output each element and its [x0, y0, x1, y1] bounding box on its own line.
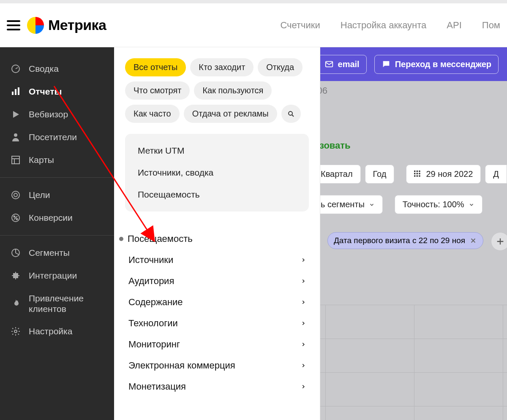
metrika-logo-icon: [27, 17, 44, 34]
sidebar-item-label: Отчеты: [29, 87, 62, 97]
svg-rect-11: [12, 92, 14, 95]
email-goal-button[interactable]: email: [317, 55, 367, 74]
svg-rect-1: [414, 171, 415, 172]
sidebar-item-label: Цели: [29, 190, 50, 200]
accuracy-dropdown[interactable]: Точность: 100%: [395, 195, 482, 214]
sidebar-item-integrations[interactable]: Интеграции: [0, 264, 114, 287]
category-audience[interactable]: Аудитория: [125, 271, 309, 292]
sidebar-item-maps[interactable]: Карты: [0, 149, 114, 171]
flame-icon: [10, 298, 21, 309]
main-area: email Переход в мессенджер 5906 зовать К…: [0, 47, 507, 420]
sidebar-item-segments[interactable]: Сегменты: [0, 241, 114, 264]
svg-point-14: [14, 133, 17, 137]
sidebar-item-visitors[interactable]: Посетители: [0, 126, 114, 149]
sidebar-item-label: Посетители: [29, 132, 77, 142]
detail-label: Д: [493, 169, 499, 179]
sidebar-item-label: Карты: [29, 155, 54, 165]
period-year-button[interactable]: Год: [365, 165, 395, 184]
sidebar-item-webvisor[interactable]: Вебвизор: [0, 103, 114, 126]
svg-point-16: [12, 191, 19, 199]
accuracy-label: Точность: 100%: [403, 200, 464, 209]
category-sources[interactable]: Источники: [125, 249, 309, 271]
hamburger-menu-icon[interactable]: [7, 19, 20, 32]
header-nav: Счетчики Настройка аккаунта API Пом: [280, 20, 500, 31]
pill-search[interactable]: [281, 105, 301, 123]
chevron-right-icon: [300, 363, 306, 369]
svg-point-19: [14, 216, 15, 217]
sidebar-item-acquisition[interactable]: Привлечение клиентов: [0, 287, 114, 320]
sidebar-separator: [0, 177, 114, 178]
recent-reports-box: Метки UTM Источники, сводка Посещаемость: [125, 134, 309, 211]
svg-rect-4: [414, 173, 415, 174]
segments-dropdown[interactable]: ь сегменты: [313, 195, 383, 214]
sidebar-item-label: Интеграции: [29, 271, 77, 281]
category-label: Содержание: [128, 297, 183, 308]
recent-sources-summary[interactable]: Источники, сводка: [129, 162, 305, 184]
sidebar-item-summary[interactable]: Сводка: [0, 57, 114, 80]
svg-rect-12: [15, 89, 16, 95]
svg-rect-15: [12, 156, 19, 164]
chevron-right-icon: [300, 257, 306, 263]
nav-account-settings[interactable]: Настройка аккаунта: [341, 20, 427, 31]
segment-accuracy-row: ь сегменты Точность: 100%: [313, 195, 507, 214]
sidebar: Сводка Отчеты Вебвизор Посетители Карты: [0, 47, 114, 420]
puzzle-icon: [10, 270, 21, 281]
chevron-down-icon: [369, 202, 375, 208]
chevron-right-icon: [300, 299, 306, 305]
pill-all-reports[interactable]: Все отчеты: [125, 58, 186, 76]
sidebar-item-label: Вебвизор: [29, 109, 68, 119]
category-label: Источники: [128, 255, 173, 266]
reports-flyout: Все отчеты Кто заходит Откуда Что смотря…: [114, 47, 320, 420]
pill-from-where[interactable]: Откуда: [258, 58, 303, 76]
messenger-goal-button[interactable]: Переход в мессенджер: [374, 55, 499, 74]
sidebar-item-reports[interactable]: Отчеты: [0, 80, 114, 103]
pill-how-often[interactable]: Как часто: [125, 105, 180, 123]
category-label: Электронная коммерция: [128, 360, 235, 371]
green-action-link[interactable]: зовать: [319, 140, 351, 151]
sidebar-item-goals[interactable]: Цели: [0, 184, 114, 206]
category-monetization[interactable]: Монетизация: [125, 376, 309, 397]
logo[interactable]: Метрика: [27, 17, 106, 34]
recent-attendance[interactable]: Посещаемость: [129, 184, 305, 206]
svg-point-17: [14, 193, 17, 197]
category-label: Технологии: [128, 318, 178, 329]
segments-label: ь сегменты: [321, 200, 365, 209]
sidebar-item-settings[interactable]: Настройка: [0, 320, 114, 343]
chevron-right-icon: [300, 384, 306, 390]
date-picker-button[interactable]: 29 ноя 2022: [406, 165, 481, 184]
chevron-right-icon: [300, 278, 306, 284]
nav-api[interactable]: API: [447, 20, 461, 31]
pill-who-visits[interactable]: Кто заходит: [190, 58, 254, 76]
sidebar-separator: [0, 235, 114, 236]
category-attendance[interactable]: Посещаемость: [116, 228, 309, 249]
pill-what-viewed[interactable]: Что смотрят: [125, 81, 190, 100]
filter-chip-first-visit[interactable]: Дата первого визита с 22 по 29 ноя: [327, 232, 483, 249]
logo-text: Метрика: [48, 17, 106, 33]
period-controls: Квартал Год 29 ноя 2022 Д: [313, 165, 507, 184]
bar-chart-icon: [10, 86, 21, 97]
pie-chart-icon: [10, 247, 21, 258]
nav-counters[interactable]: Счетчики: [280, 20, 320, 31]
close-icon[interactable]: [469, 237, 477, 244]
sidebar-item-conversions[interactable]: Конверсии: [0, 206, 114, 229]
calendar-grid-icon: [414, 171, 422, 178]
category-monitoring[interactable]: Мониторинг: [125, 334, 309, 355]
category-technology[interactable]: Технологии: [125, 313, 309, 334]
pill-how-used[interactable]: Как пользуются: [194, 81, 272, 100]
category-content[interactable]: Содержание: [125, 292, 309, 313]
period-year-label: Год: [373, 169, 387, 179]
svg-point-20: [16, 219, 18, 220]
chevron-right-icon: [300, 320, 306, 326]
gear-icon: [10, 326, 21, 337]
email-goal-label: email: [338, 60, 360, 69]
detail-button[interactable]: Д: [485, 165, 507, 184]
filter-chip-label: Дата первого визита с 22 по 29 ноя: [334, 236, 465, 245]
sidebar-item-label: Сегменты: [29, 248, 70, 258]
nav-help[interactable]: Пом: [482, 20, 500, 31]
gauge-icon: [10, 63, 21, 74]
pill-ad-return[interactable]: Отдача от рекламы: [184, 105, 277, 123]
recent-utm-tags[interactable]: Метки UTM: [129, 140, 305, 162]
sidebar-item-label: Сводка: [29, 64, 59, 74]
category-ecommerce[interactable]: Электронная коммерция: [125, 355, 309, 376]
add-filter-button[interactable]: [491, 232, 507, 251]
